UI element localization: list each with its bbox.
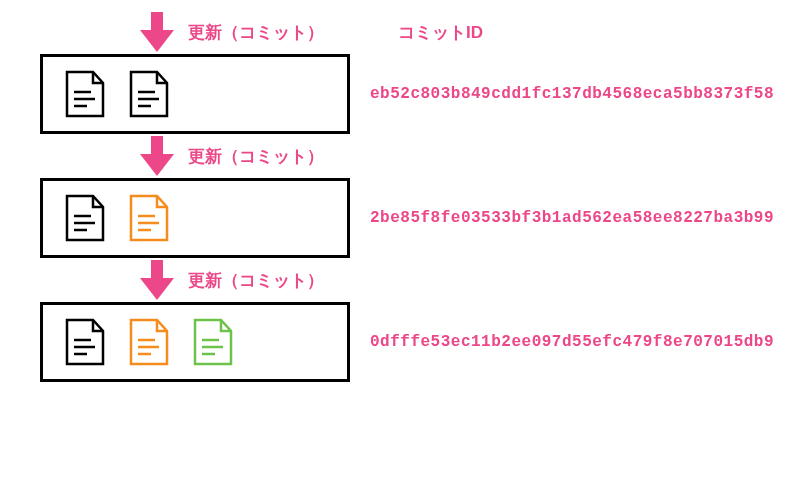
- svg-marker-26: [131, 320, 167, 364]
- arrow-down-icon: [140, 260, 174, 300]
- svg-marker-21: [140, 278, 174, 300]
- commit-hash-2: 2be85f8fe03533bf3b1ad562ea58ee8227ba3b99: [370, 209, 774, 227]
- svg-marker-30: [195, 320, 231, 364]
- svg-rect-10: [151, 136, 163, 154]
- svg-marker-16: [131, 196, 167, 240]
- svg-marker-6: [131, 72, 167, 116]
- commit-id-header: コミットID: [398, 21, 483, 44]
- commit-box-2: [40, 178, 350, 258]
- svg-rect-0: [151, 12, 163, 30]
- svg-marker-11: [140, 154, 174, 176]
- arrow-down-icon: [140, 12, 174, 52]
- document-icon-added: [193, 318, 233, 366]
- commit-hash-1: eb52c803b849cdd1fc137db4568eca5bb8373f58: [370, 85, 774, 103]
- document-icon: [129, 70, 169, 118]
- svg-marker-12: [67, 196, 103, 240]
- commit-box-3: [40, 302, 350, 382]
- document-icon: [65, 194, 105, 242]
- svg-marker-22: [67, 320, 103, 364]
- svg-marker-2: [67, 72, 103, 116]
- arrow-down-icon: [140, 136, 174, 176]
- document-icon: [65, 70, 105, 118]
- commit-label-3: 更新（コミット）: [188, 269, 324, 292]
- svg-marker-1: [140, 30, 174, 52]
- svg-rect-20: [151, 260, 163, 278]
- document-icon-modified: [129, 194, 169, 242]
- commit-label-1: 更新（コミット）: [188, 21, 324, 44]
- document-icon: [65, 318, 105, 366]
- commit-label-2: 更新（コミット）: [188, 145, 324, 168]
- commit-box-1: [40, 54, 350, 134]
- commit-hash-3: 0dfffe53ec11b2ee097d55efc479f8e707015db9: [370, 333, 774, 351]
- document-icon-modified: [129, 318, 169, 366]
